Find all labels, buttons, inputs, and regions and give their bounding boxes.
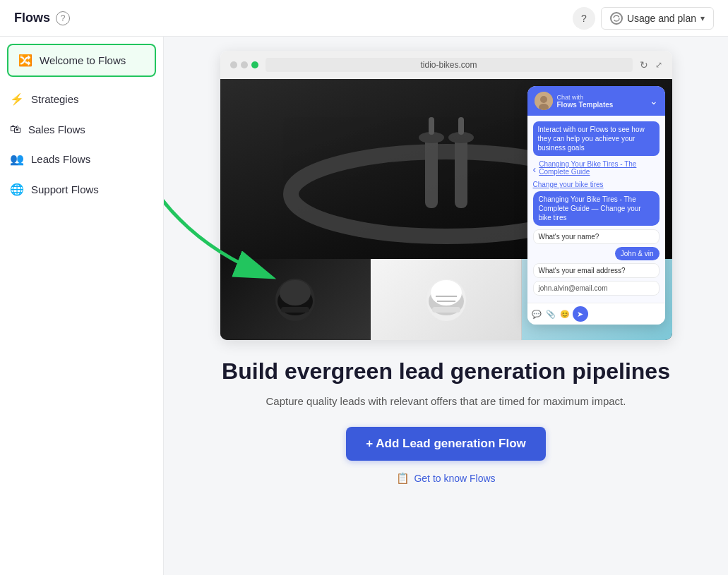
- browser-dots: [230, 61, 258, 68]
- learn-link[interactable]: 📋 Get to know Flows: [396, 472, 495, 485]
- header-right: ? Usage and plan ▾: [573, 7, 714, 30]
- helmet-white-image: [422, 272, 471, 328]
- expand-icon[interactable]: ⤢: [655, 60, 662, 70]
- sales-icon: 🛍: [10, 123, 21, 135]
- sidebar-item-label: Strategies: [31, 93, 79, 105]
- sidebar-item-welcome[interactable]: 🔀 Welcome to Flows: [8, 45, 155, 75]
- main-layout: 🔀 Welcome to Flows ⚡ Strategies 🛍 Sales …: [0, 37, 728, 575]
- chat-email-input[interactable]: john.alvin@email.com: [533, 281, 660, 296]
- app-title: Flows: [14, 11, 50, 25]
- chat-header: Chat with Flows Templates ⌄: [527, 86, 665, 116]
- chat-link1[interactable]: Changing Your Bike Tires - The Complete …: [539, 160, 659, 176]
- chat-header-text: Chat with Flows Templates: [557, 94, 614, 109]
- main-content: tidio-bikes.com ↻ ⤢: [164, 37, 728, 575]
- chat-widget: Chat with Flows Templates ⌄ Interact wit…: [527, 86, 665, 325]
- email-value: john.alvin@email.com: [539, 284, 608, 292]
- svg-point-0: [614, 16, 619, 21]
- svg-rect-12: [281, 307, 309, 313]
- svg-rect-3: [425, 138, 438, 208]
- support-icon: 🌐: [10, 183, 24, 196]
- main-headline: Build evergreen lead generation pipeline…: [220, 357, 672, 385]
- chat-action-icons: 💬 📎 😊: [532, 310, 570, 319]
- back-icon[interactable]: ‹: [533, 164, 537, 175]
- chat-a1: John & vin: [615, 247, 660, 260]
- chat-input-row: 💬 📎 😊 ➤: [527, 303, 665, 325]
- chat-send-button[interactable]: ➤: [573, 306, 588, 322]
- chat-chevron-icon[interactable]: ⌄: [650, 95, 658, 107]
- sidebar-item-label: Sales Flows: [28, 123, 85, 135]
- helmet-white: [371, 259, 522, 340]
- chat-bubble: Changing Your Bike Tires - The Complete …: [533, 191, 660, 226]
- refresh-icon[interactable]: ↻: [640, 59, 648, 71]
- main-subtext: Capture quality leads with relevant offe…: [220, 394, 672, 410]
- sidebar-item-support-flows[interactable]: 🌐 Support Flows: [0, 174, 163, 205]
- chat-attach-icon[interactable]: 📎: [546, 310, 556, 319]
- add-lead-flow-button[interactable]: + Add Lead generation Flow: [346, 427, 546, 461]
- chat-title: Flows Templates: [557, 101, 614, 109]
- usage-icon: [610, 12, 623, 25]
- chevron-down-icon: ▾: [700, 13, 705, 23]
- svg-rect-16: [432, 307, 460, 313]
- avatar-image: [535, 92, 553, 110]
- chat-description: Interact with our Flows to see how they …: [533, 121, 660, 156]
- help-button[interactable]: ?: [573, 7, 595, 30]
- help-icon[interactable]: ?: [56, 11, 70, 25]
- chat-body: Interact with our Flows to see how they …: [527, 116, 665, 303]
- dot-red: [230, 61, 237, 68]
- browser-bar: tidio-bikes.com ↻ ⤢: [220, 51, 672, 79]
- chat-emoji-icon[interactable]: 😊: [560, 310, 570, 319]
- sidebar: 🔀 Welcome to Flows ⚡ Strategies 🛍 Sales …: [0, 37, 164, 575]
- app-header: Flows ? ? Usage and plan ▾: [0, 0, 728, 37]
- chat-avatar: [535, 92, 553, 110]
- dot-green: [251, 61, 258, 68]
- green-arrow-icon: [164, 86, 312, 298]
- usage-label: Usage and plan: [627, 13, 696, 24]
- browser-url: tidio-bikes.com: [265, 58, 633, 72]
- sidebar-active-item[interactable]: 🔀 Welcome to Flows: [7, 44, 156, 77]
- strategies-icon: ⚡: [10, 92, 24, 106]
- nav-row: ‹ Changing Your Bike Tires - The Complet…: [533, 160, 660, 178]
- leads-icon: 👥: [10, 152, 24, 166]
- chat-pre-label: Chat with: [557, 94, 614, 101]
- sidebar-item-strategies[interactable]: ⚡ Strategies: [0, 84, 163, 114]
- usage-plan-button[interactable]: Usage and plan ▾: [601, 7, 714, 30]
- welcome-icon: 🔀: [18, 54, 32, 67]
- text-section: Build evergreen lead generation pipeline…: [220, 357, 672, 485]
- svg-rect-4: [455, 138, 467, 208]
- sidebar-item-label: Support Flows: [31, 183, 99, 195]
- header-left: Flows ?: [14, 11, 70, 25]
- sidebar-item-sales-flows[interactable]: 🛍 Sales Flows: [0, 114, 163, 144]
- chat-text-icon[interactable]: 💬: [532, 310, 542, 319]
- sidebar-item-leads-flows[interactable]: 👥 Leads Flows: [0, 144, 163, 174]
- learn-label: Get to know Flows: [414, 473, 495, 484]
- dot-yellow: [241, 61, 248, 68]
- chat-q2: What's your email address?: [533, 263, 660, 278]
- sidebar-item-label: Leads Flows: [31, 153, 90, 165]
- sidebar-item-label: Welcome to Flows: [40, 54, 126, 66]
- chat-q1: What's your name?: [533, 229, 660, 244]
- svg-point-24: [540, 96, 547, 103]
- chat-link2[interactable]: Change your bike tires: [533, 181, 660, 188]
- book-icon: 📋: [396, 472, 410, 485]
